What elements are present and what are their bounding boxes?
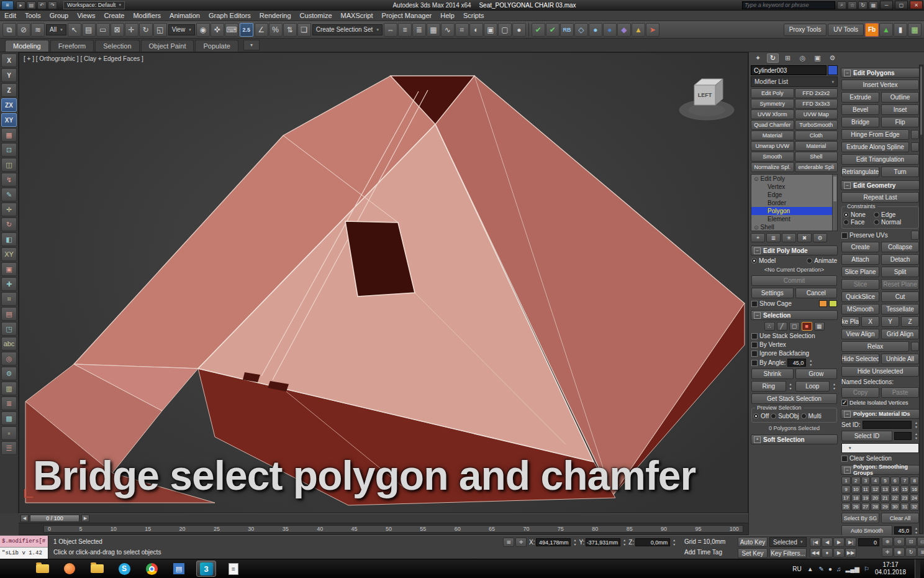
by-angle-spinner[interactable]: [808, 359, 813, 367]
modifier-button[interactable]: Shell: [795, 152, 838, 162]
stack-subitem-edge[interactable]: Edge: [751, 191, 837, 199]
axis-xy-button[interactable]: XY: [1, 113, 17, 127]
selection-tool-icon[interactable]: ▤: [82, 23, 96, 37]
plugin-icon[interactable]: ➤: [646, 23, 659, 37]
create-tab-icon[interactable]: ✦: [752, 53, 764, 63]
playback-button[interactable]: ▶: [833, 548, 845, 557]
modifier-button[interactable]: enderable Spli: [795, 162, 838, 172]
previous-frame-arrow[interactable]: ◀: [20, 515, 29, 522]
hide-selected-button[interactable]: Hide Selected: [841, 354, 879, 364]
editor-tool-icon[interactable]: ▢: [498, 23, 512, 37]
uv-tools-button[interactable]: UV Tools: [828, 24, 864, 36]
right-plugin-icon[interactable]: ▲: [879, 23, 893, 37]
auto-smooth-button[interactable]: Auto Smooth: [841, 525, 892, 536]
attach-button[interactable]: Attach: [841, 254, 879, 265]
left-toolbar-icon[interactable]: ▣: [1, 262, 17, 276]
left-toolbar-icon[interactable]: ⊡: [1, 143, 17, 157]
model-radio[interactable]: [751, 258, 757, 264]
left-toolbar-icon[interactable]: ✚: [1, 277, 17, 291]
constraint-face-radio[interactable]: [843, 219, 849, 225]
menu-item[interactable]: Scripts: [459, 11, 489, 21]
ring-button[interactable]: Ring: [751, 381, 786, 392]
smoothing-group-button[interactable]: 21: [881, 494, 890, 502]
modifier-button[interactable]: TurboSmooth: [795, 120, 838, 130]
plugin-icon[interactable]: ✔: [532, 23, 545, 37]
grow-button[interactable]: Grow: [795, 369, 838, 379]
stack-subitem-vertex[interactable]: Vertex: [751, 183, 837, 191]
detach-button[interactable]: Detach: [881, 254, 919, 265]
ribbon-tab-populate[interactable]: Populate: [195, 40, 238, 52]
retriangulate-button[interactable]: Retriangulate: [841, 167, 879, 177]
loop-button[interactable]: Loop: [795, 381, 830, 392]
menu-item[interactable]: Graph Editors: [204, 11, 255, 21]
smoothing-group-button[interactable]: 11: [861, 485, 871, 493]
polygon-subobject-icon[interactable]: ■: [802, 322, 812, 331]
selection-tool-icon[interactable]: ◱: [153, 23, 167, 37]
preview-subobj-radio[interactable]: [771, 413, 776, 419]
commit-button[interactable]: Commit: [751, 275, 837, 286]
smoothing-group-button[interactable]: 25: [841, 503, 851, 511]
ring-spinner[interactable]: [788, 382, 794, 390]
extrude-button[interactable]: Extrude: [841, 92, 879, 103]
smoothing-group-button[interactable]: 5: [881, 477, 890, 485]
reset-plane-button[interactable]: Reset Plane: [881, 279, 919, 290]
stack-scrollbar[interactable]: [832, 175, 837, 231]
application-menu-button[interactable]: ≡: [1, 1, 14, 10]
viewport-nav-icon[interactable]: ⊖: [894, 537, 905, 546]
planar-y-button[interactable]: Y: [881, 316, 899, 327]
hinge-from-edge-button[interactable]: Hinge From Edge: [841, 129, 909, 140]
tray-icon[interactable]: ⚐: [864, 566, 869, 572]
stack-subitem-polygon-selected[interactable]: Polygon: [751, 207, 837, 215]
select-id-field[interactable]: [894, 432, 912, 440]
smoothing-group-button[interactable]: 26: [851, 503, 861, 511]
menu-item[interactable]: Modifiers: [129, 11, 165, 21]
taskbar-notepad-button[interactable]: ≡: [224, 561, 243, 577]
object-name-field[interactable]: Cylinder003: [751, 65, 827, 75]
right-plugin-icon[interactable]: ▦: [908, 23, 922, 37]
planar-x-button[interactable]: X: [861, 316, 879, 327]
modifier-button[interactable]: Quad Chamfer: [751, 120, 794, 130]
auto-smooth-angle-field[interactable]: 45,0: [894, 526, 912, 534]
relax-button[interactable]: Relax: [841, 341, 909, 352]
rollout-edit-polygons[interactable]: Edit Polygons: [841, 68, 920, 78]
outline-button[interactable]: Outline: [881, 92, 919, 103]
turn-button[interactable]: Turn: [881, 167, 919, 177]
modifier-button[interactable]: Material: [751, 131, 794, 140]
viewport-nav-icon[interactable]: ⊞: [917, 548, 924, 557]
infocenter-icon[interactable]: ⌕: [837, 1, 846, 9]
clear-selection-checkbox[interactable]: [841, 456, 848, 462]
show-desktop-button[interactable]: [915, 559, 920, 578]
snap-tool-icon[interactable]: ⇅: [283, 23, 297, 37]
loop-spinner[interactable]: [831, 382, 837, 390]
stack-item-edit-poly-top[interactable]: Edit Poly: [751, 175, 837, 183]
left-toolbar-icon[interactable]: ▫: [1, 426, 17, 440]
get-stack-selection-button[interactable]: Get Stack Selection: [751, 393, 837, 404]
viewport-nav-icon[interactable]: ⊕: [882, 537, 893, 546]
rollout-selection[interactable]: Selection: [751, 310, 838, 320]
time-slider-handle[interactable]: 0 / 100: [30, 515, 79, 522]
taskbar-skype-button[interactable]: S: [114, 561, 134, 577]
viewport-nav-icon[interactable]: ✛: [882, 548, 893, 557]
cage-color-swatch[interactable]: [819, 300, 827, 307]
infocenter-icon[interactable]: ▦: [869, 1, 878, 9]
snap-tool-icon[interactable]: ❏: [297, 23, 311, 37]
editor-tool-icon[interactable]: ◐: [469, 23, 483, 37]
menu-item[interactable]: Tools: [20, 11, 45, 21]
editor-tool-icon[interactable]: ≣: [412, 23, 426, 37]
planar-z-button[interactable]: Z: [901, 316, 919, 327]
cancel-button[interactable]: Cancel: [795, 288, 838, 298]
track-bar[interactable]: 0510152025303540455055606570758085909510…: [19, 523, 748, 535]
plugin-icon[interactable]: ●: [589, 23, 602, 37]
selection-tool-icon[interactable]: ✛: [125, 23, 138, 37]
selection-tool-icon[interactable]: ↖: [68, 23, 81, 37]
flip-button[interactable]: Flip: [881, 117, 919, 127]
collapse-button[interactable]: Collapse: [881, 242, 919, 252]
vertex-subobject-icon[interactable]: ∴: [764, 322, 775, 331]
rollout-edit-geometry[interactable]: Edit Geometry: [841, 180, 920, 190]
selection-tool-icon[interactable]: ⊠: [111, 23, 124, 37]
auto-smooth-spinner[interactable]: [913, 526, 919, 534]
left-toolbar-icon[interactable]: abc: [1, 337, 17, 351]
smoothing-group-button[interactable]: 13: [881, 485, 890, 493]
menu-item[interactable]: Help: [436, 11, 459, 21]
maximize-button[interactable]: ▢: [895, 1, 908, 9]
